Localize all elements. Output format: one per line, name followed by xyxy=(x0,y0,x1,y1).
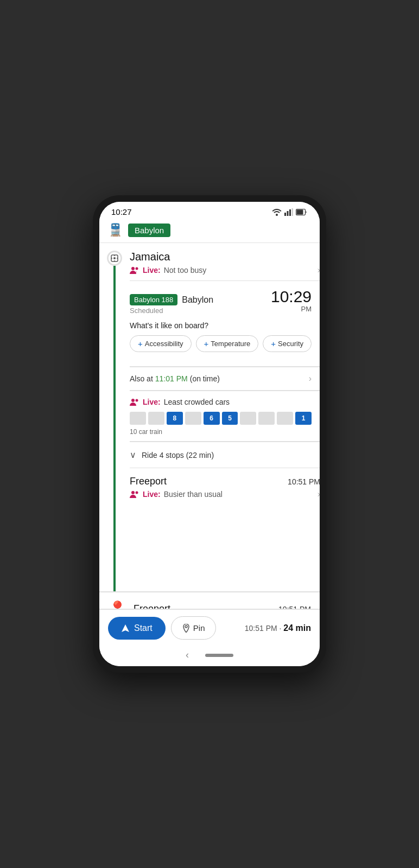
train-ampm: PM xyxy=(271,305,312,313)
jamaica-live-label: Live: xyxy=(143,266,161,275)
destination-time: 10:51 PM xyxy=(278,605,311,609)
wifi-icon xyxy=(272,208,282,216)
train-badge: Babylon 188 xyxy=(130,294,177,305)
also-at-prefix: Also at xyxy=(130,374,153,383)
car-count-label: 10 car train xyxy=(130,428,312,436)
map-pin-icon: 📍 xyxy=(108,600,127,609)
pill-label-3: Security xyxy=(278,340,303,348)
pill-temperature[interactable]: + Temperature xyxy=(196,335,259,352)
svg-point-8 xyxy=(113,257,116,259)
pill-plus-2: + xyxy=(204,339,209,348)
pill-row: + Accessibility + Temperature + Security xyxy=(130,335,312,352)
jamaica-chevron[interactable]: › xyxy=(318,265,320,275)
freeport-name: Freeport xyxy=(130,476,167,487)
battery-icon xyxy=(296,209,308,215)
svg-rect-1 xyxy=(284,213,286,216)
chevron-down-icon: ∨ xyxy=(130,450,136,460)
live-crowd-live-label: Live: xyxy=(143,398,161,406)
svg-marker-19 xyxy=(122,624,129,632)
also-at-time: 11:01 PM xyxy=(155,374,188,383)
svg-rect-3 xyxy=(289,209,291,216)
svg-point-17 xyxy=(131,491,135,494)
svg-rect-6 xyxy=(297,209,303,214)
top-bar: 🚆 Babylon xyxy=(99,220,320,242)
jamaica-name: Jamaica xyxy=(130,251,170,263)
start-label: Start xyxy=(134,623,153,633)
jamaica-timeline-circle xyxy=(107,251,122,266)
status-time: 10:27 xyxy=(111,207,132,216)
bottom-bar: Start Pin 10:51 PM · 24 min xyxy=(99,609,320,646)
car-6: 5 xyxy=(222,412,238,425)
pill-label-1: Accessibility xyxy=(145,340,183,348)
car-4 xyxy=(185,412,201,425)
jamaica-live-status: Not too busy xyxy=(164,266,207,275)
jamaica-info: Jamaica Live: Not too busy › xyxy=(130,243,320,280)
start-button[interactable]: Start xyxy=(108,617,166,640)
car-9 xyxy=(277,412,293,425)
svg-point-0 xyxy=(276,214,278,216)
jamaica-section: Jamaica Live: Not too busy › xyxy=(99,243,320,591)
svg-point-16 xyxy=(136,399,138,402)
svg-point-14 xyxy=(136,267,138,270)
home-indicator[interactable] xyxy=(205,654,233,657)
live-crowd-section: Live: Least crowded cars 8 6 5 xyxy=(130,391,320,441)
freeport-time: 10:51 PM xyxy=(288,477,320,486)
phone-frame: 10:27 xyxy=(93,195,326,673)
pin-icon xyxy=(182,624,190,633)
car-7 xyxy=(240,412,256,425)
pill-accessibility[interactable]: + Accessibility xyxy=(130,335,192,352)
destination-section: 📍 Freeport 10:51 PM xyxy=(99,592,320,609)
train-badge-row: Babylon 188 Babylon xyxy=(130,294,213,305)
people-icon-freeport xyxy=(130,490,139,498)
ride-stops-row[interactable]: ∨ Ride 4 stops (22 min) xyxy=(130,442,320,468)
pin-button[interactable]: Pin xyxy=(171,616,217,640)
people-icon-jamaica xyxy=(130,266,139,274)
jamaica-live-row[interactable]: Live: Not too busy › xyxy=(130,265,320,275)
eta-label: 10:51 PM · 24 min xyxy=(245,623,311,633)
pill-plus-1: + xyxy=(138,339,143,348)
freeport-live-label: Live: xyxy=(143,490,161,499)
freeport-chevron[interactable]: › xyxy=(318,489,320,499)
back-button[interactable]: ‹ xyxy=(186,649,189,661)
train-card-header: Babylon 188 Babylon Scheduled 10:29 PM xyxy=(130,289,312,320)
ride-stops-text: Ride 4 stops (22 min) xyxy=(142,451,214,459)
svg-point-18 xyxy=(136,492,138,494)
train-icon-top: 🚆 xyxy=(108,223,123,237)
pin-label: Pin xyxy=(193,623,205,633)
destination-name: Freeport xyxy=(134,603,170,609)
also-at-suffix: (on time) xyxy=(190,374,220,383)
navigation-icon xyxy=(121,624,130,633)
eta-time: 10:51 PM xyxy=(245,624,277,633)
also-at-chevron[interactable]: › xyxy=(309,374,312,384)
svg-point-20 xyxy=(185,626,187,628)
status-icons xyxy=(272,208,308,216)
car-10: 1 xyxy=(295,412,312,425)
timeline-col-jamaica xyxy=(99,243,130,591)
timeline-line xyxy=(113,266,116,591)
babylon-badge[interactable]: Babylon xyxy=(128,224,170,237)
car-5: 6 xyxy=(204,412,220,425)
signal-icon xyxy=(284,208,293,216)
train-card: Babylon 188 Babylon Scheduled 10:29 PM W… xyxy=(130,281,320,366)
also-at-row[interactable]: Also at 11:01 PM (on time) › xyxy=(130,367,320,390)
train-time-large: 10:29 xyxy=(271,289,312,305)
pill-security[interactable]: + Security xyxy=(263,335,312,352)
onboard-question: What's it like on board? xyxy=(130,321,312,330)
train-time-block: 10:29 PM xyxy=(271,289,312,313)
svg-rect-2 xyxy=(287,211,289,216)
pill-label-2: Temperature xyxy=(211,340,250,348)
car-2 xyxy=(148,412,164,425)
pill-plus-3: + xyxy=(271,339,276,348)
svg-rect-4 xyxy=(292,208,294,216)
scheduled-label: Scheduled xyxy=(130,307,213,315)
eta-duration: 24 min xyxy=(283,623,311,633)
car-3: 8 xyxy=(167,412,183,425)
car-8 xyxy=(258,412,275,425)
freeport-live-row[interactable]: Live: Busier than usual › xyxy=(130,489,320,499)
nav-bar: ‹ xyxy=(99,646,320,666)
scroll-content[interactable]: Jamaica Live: Not too busy › xyxy=(99,243,320,609)
train-header-left: Babylon 188 Babylon Scheduled xyxy=(130,294,213,320)
live-crowd-text: Least crowded cars xyxy=(164,398,230,406)
svg-point-15 xyxy=(131,399,135,402)
freeport-live-status: Busier than usual xyxy=(164,490,223,499)
